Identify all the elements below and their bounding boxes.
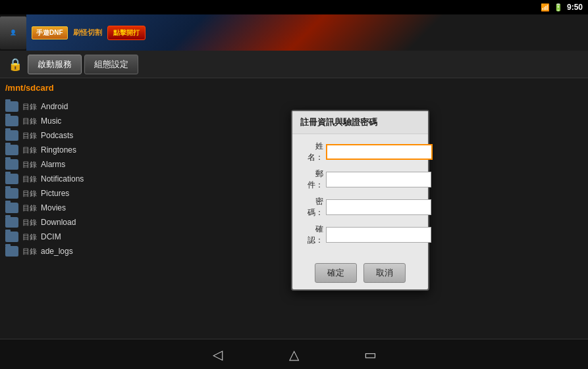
file-name: Download (41, 218, 76, 227)
banner-cta[interactable]: 點擊開打 (107, 26, 146, 40)
confirm-row: 確認： (300, 224, 420, 246)
character-icon: 👤 (0, 16, 26, 49)
bottom-nav: ◁ △ ▭ (0, 339, 588, 369)
file-label: 目錄 (22, 145, 37, 155)
status-bar: 📶 🔋 9:50 (0, 0, 588, 14)
lock-icon: 🔒 (5, 55, 25, 74)
file-label: 目錄 (22, 203, 37, 213)
confirm-input[interactable] (326, 227, 431, 243)
file-label: 目錄 (22, 232, 37, 242)
file-label: 目錄 (22, 102, 37, 112)
folder-icon (5, 116, 18, 126)
file-name: DCIM (41, 232, 61, 241)
file-name: ade_logs (41, 247, 73, 256)
file-label: 目錄 (22, 116, 37, 126)
file-label: 目錄 (22, 218, 37, 228)
config-button[interactable]: 組態設定 (84, 55, 138, 74)
file-label: 目錄 (22, 174, 37, 184)
file-label: 目錄 (22, 131, 37, 141)
confirm-label: 確認： (300, 224, 323, 246)
password-row: 密碼： (300, 196, 420, 218)
banner-image[interactable]: 手遊DNF 刷怪切割 點擊開打 (26, 14, 588, 51)
dialog-buttons: 確定 取消 (292, 258, 428, 289)
folder-icon (5, 130, 18, 141)
current-path: /mnt/sdcard (5, 83, 54, 93)
list-item[interactable]: 目錄Ringtones (0, 143, 132, 157)
path-bar: /mnt/sdcard (0, 78, 588, 97)
list-item[interactable]: 目錄ade_logs (0, 244, 132, 258)
file-name: Ringtones (41, 145, 76, 155)
banner-logo: 手遊DNF (32, 26, 68, 39)
name-row: 姓名： (300, 141, 420, 163)
folder-icon (5, 232, 18, 242)
back-button[interactable]: ◁ (206, 343, 230, 366)
list-item[interactable]: 目錄Pictures (0, 186, 132, 201)
list-item[interactable]: 目錄Alarms (0, 157, 132, 172)
list-item[interactable]: 目錄Notifications (0, 172, 132, 186)
file-name: Notifications (41, 174, 84, 184)
folder-icon (5, 145, 18, 155)
folder-icon (5, 246, 18, 257)
folder-icon (5, 203, 18, 213)
toolbar: 🔒 啟動服務 組態設定 (0, 51, 588, 78)
start-service-button[interactable]: 啟動服務 (28, 55, 82, 74)
name-input[interactable] (326, 144, 433, 160)
folder-icon (5, 188, 18, 199)
list-item[interactable]: 目錄Podcasts (0, 128, 132, 143)
list-item[interactable]: 目錄Android (0, 99, 132, 114)
password-input[interactable] (326, 199, 431, 215)
file-name: Podcasts (41, 131, 73, 140)
signal-icon: 📶 (541, 3, 550, 12)
email-label: 郵件： (300, 168, 323, 191)
right-area: 註冊資訊與驗證密碼 姓名： 郵件： 密碼： 確認： (132, 97, 588, 339)
file-name: Alarms (41, 160, 65, 169)
cancel-button[interactable]: 取消 (363, 263, 406, 283)
file-name: Android (41, 102, 68, 111)
file-label: 目錄 (22, 160, 37, 170)
file-label: 目錄 (22, 247, 37, 257)
list-item[interactable]: 目錄Music (0, 114, 132, 128)
dialog-title: 註冊資訊與驗證密碼 (292, 111, 428, 134)
file-name: Pictures (41, 189, 69, 198)
recent-button[interactable]: ▭ (359, 343, 383, 366)
banner-area: 👤 手遊DNF 刷怪切割 點擊開打 (0, 14, 588, 51)
password-label: 密碼： (300, 196, 323, 218)
email-row: 郵件： (300, 168, 420, 191)
email-input[interactable] (326, 172, 431, 187)
confirm-button[interactable]: 確定 (315, 263, 357, 283)
banner-text1: 刷怪切割 (73, 28, 102, 37)
file-label: 目錄 (22, 189, 37, 199)
file-name: Movies (41, 203, 66, 212)
home-button[interactable]: △ (282, 343, 306, 366)
name-label: 姓名： (300, 141, 323, 163)
file-list: 目錄Android目錄Music目錄Podcasts目錄Ringtones目錄A… (0, 97, 132, 339)
list-item[interactable]: 目錄Movies (0, 201, 132, 215)
battery-icon: 🔋 (554, 3, 563, 12)
main-content: 目錄Android目錄Music目錄Podcasts目錄Ringtones目錄A… (0, 97, 588, 339)
status-time: 9:50 (567, 3, 583, 12)
file-name: Music (41, 116, 61, 126)
folder-icon (5, 174, 18, 184)
list-item[interactable]: 目錄Download (0, 215, 132, 230)
folder-icon (5, 101, 18, 112)
list-item[interactable]: 目錄DCIM (0, 230, 132, 244)
folder-icon (5, 217, 18, 228)
registration-dialog: 註冊資訊與驗證密碼 姓名： 郵件： 密碼： 確認： (291, 110, 429, 291)
dialog-body: 姓名： 郵件： 密碼： 確認： (292, 134, 428, 258)
folder-icon (5, 159, 18, 170)
